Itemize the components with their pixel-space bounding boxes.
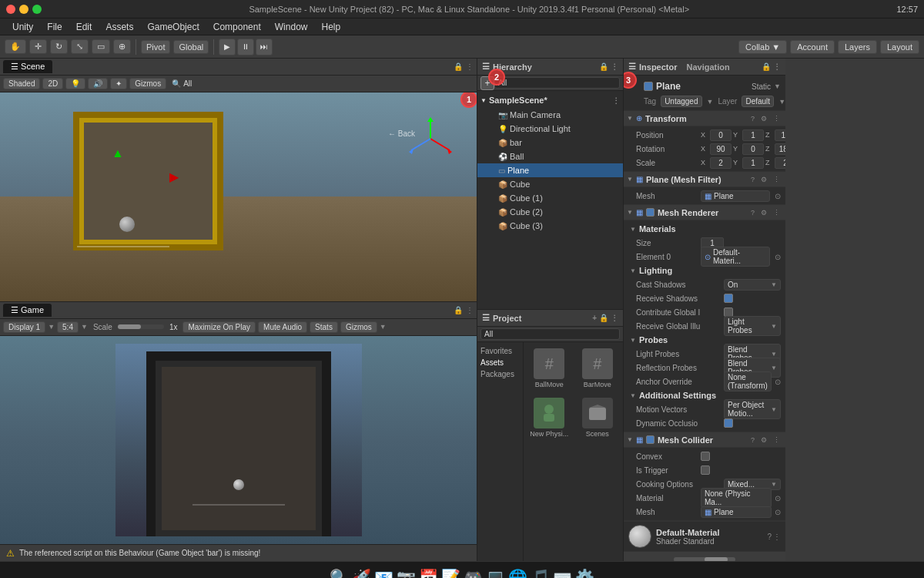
collider-material-value[interactable]: None (Physic Ma... (701, 488, 772, 508)
fullscreen-button[interactable] (32, 5, 42, 14)
step-button[interactable]: ⏭ (256, 39, 273, 55)
collider-material-target[interactable]: ⊙ (775, 494, 781, 502)
lighting-btn[interactable]: 💡 (65, 78, 85, 89)
dock-unity[interactable]: 🎮 (464, 568, 483, 579)
element0-target[interactable]: ⊙ (775, 253, 781, 261)
maximize-play-btn[interactable]: Maximize On Play (182, 321, 256, 333)
convex-checkbox[interactable] (701, 452, 710, 461)
dock-vscode[interactable]: 💻 (486, 568, 505, 579)
pause-button[interactable]: ⏸ (237, 39, 254, 55)
mesh-renderer-more[interactable]: ⋮ (771, 208, 782, 217)
scale-x-input[interactable] (710, 157, 732, 169)
mesh-target-icon[interactable]: ⊙ (775, 192, 781, 200)
mesh-filter-header[interactable]: ▼ ▦ Plane (Mesh Filter) ? ⚙ ⋮ (624, 172, 785, 187)
transform-settings-btn[interactable]: ⚙ (758, 114, 769, 123)
hier-cube-1[interactable]: 📦 Cube (1) (477, 191, 623, 205)
layer-value[interactable]: Default (742, 96, 774, 107)
hier-cube-2[interactable]: 📦 Cube (2) (477, 205, 623, 219)
dock-spotify[interactable]: 🎵 (531, 568, 550, 579)
motion-vectors-value[interactable]: Per Object Motio... ▼ (724, 399, 781, 419)
pos-x-input[interactable] (710, 129, 732, 141)
project-packages[interactable]: Packages (477, 368, 523, 380)
transform-more-btn[interactable]: ⋮ (771, 114, 782, 123)
mesh-collider-header[interactable]: ▼ ▦ Mesh Collider ? ⚙ ⋮ (624, 432, 785, 448)
project-add-icon[interactable]: + (592, 314, 597, 322)
asset-new-physi[interactable]: New Physi... (527, 395, 572, 441)
hier-cube[interactable]: 📦 Cube (477, 177, 623, 191)
mesh-collider-more[interactable]: ⋮ (771, 435, 782, 445)
project-favorites[interactable]: Favorites (477, 345, 523, 357)
mute-btn[interactable]: Mute Audio (258, 321, 307, 333)
rot-x-input[interactable] (710, 143, 732, 155)
collider-mesh-target[interactable]: ⊙ (775, 508, 781, 516)
hier-plane[interactable]: ▭ Plane (477, 163, 623, 177)
hier-directional-light[interactable]: 💡 Directional Light (477, 122, 623, 136)
tab-scene[interactable]: ☰ Scene (3, 60, 52, 73)
receive-shadows-checkbox[interactable] (724, 294, 733, 303)
collab-button[interactable]: Collab▼ (738, 40, 787, 54)
dock-finder[interactable]: 🔍 (330, 568, 349, 579)
global-button[interactable]: Global (173, 40, 209, 54)
account-button[interactable]: Account (790, 40, 835, 54)
mesh-collider-checkbox[interactable] (646, 435, 654, 444)
asset-ballmove[interactable]: # BallMove (527, 345, 572, 391)
tab-game[interactable]: ☰ Game (3, 304, 52, 317)
mesh-collider-info[interactable]: ? (748, 435, 757, 445)
hierarchy-scene-row[interactable]: ▼ SampleScene* ⋮ (477, 92, 623, 108)
cast-shadows-value[interactable]: On ▼ (724, 279, 781, 291)
dock-chrome[interactable]: 🌐 (508, 568, 527, 579)
tool-hand[interactable]: ✋ (5, 39, 26, 54)
obj-active-checkbox[interactable] (644, 82, 653, 91)
fx-btn[interactable]: ✦ (110, 78, 127, 89)
dock-launchpad[interactable]: 🚀 (352, 568, 371, 579)
project-assets[interactable]: Assets (477, 357, 523, 368)
pos-z-input[interactable] (775, 129, 785, 141)
hier-bar[interactable]: 📦 bar (477, 136, 623, 150)
transform-info-btn[interactable]: ? (748, 114, 757, 123)
mesh-collider-settings[interactable]: ⚙ (758, 435, 769, 445)
tool-move[interactable]: ✛ (29, 39, 47, 54)
mesh-filter-info[interactable]: ? (748, 175, 757, 184)
rot-y-input[interactable] (742, 143, 764, 155)
mesh-renderer-checkbox[interactable] (646, 208, 654, 217)
audio-btn[interactable]: 🔊 (88, 78, 108, 89)
dock-notes[interactable]: 📝 (441, 568, 460, 579)
dock-settings[interactable]: ⚙️ (575, 568, 594, 579)
pos-y-input[interactable] (742, 129, 764, 141)
close-button[interactable] (6, 5, 15, 14)
mesh-renderer-header[interactable]: ▼ ▦ Mesh Renderer ? ⚙ ⋮ (624, 205, 785, 220)
dock-mail[interactable]: 📧 (374, 568, 393, 579)
hierarchy-search-input[interactable] (494, 77, 620, 89)
mesh-value[interactable]: ▦ Plane (701, 190, 770, 202)
dock-terminal[interactable]: ⌨️ (553, 568, 572, 579)
scroll-bar[interactable] (674, 557, 735, 562)
dynamic-occlusion-checkbox[interactable] (724, 418, 733, 428)
menu-gameobject[interactable]: GameObject (141, 20, 205, 34)
menu-assets[interactable]: Assets (99, 20, 139, 34)
menu-unity[interactable]: Unity (6, 20, 39, 34)
menu-file[interactable]: File (41, 20, 68, 34)
collider-mesh-value[interactable]: ▦ Plane (701, 506, 772, 518)
mesh-renderer-settings[interactable]: ⚙ (758, 208, 769, 217)
tag-value[interactable]: Untagged (661, 96, 701, 107)
asset-barmove[interactable]: # BarMove (575, 345, 621, 391)
element0-field[interactable]: ⊙ Default-Materi... (701, 247, 770, 267)
hier-ball[interactable]: ⚽ Ball (477, 150, 623, 163)
asset-scenes[interactable]: Scenes (575, 395, 621, 441)
menu-component[interactable]: Component (207, 20, 267, 34)
tool-transform[interactable]: ⊕ (113, 39, 131, 54)
mat-info-btn[interactable]: ? (767, 533, 772, 541)
tool-rect[interactable]: ▭ (92, 39, 110, 54)
navigation-tab[interactable]: Navigation (687, 62, 730, 72)
receive-gi-value[interactable]: Light Probes ▼ (724, 316, 781, 336)
is-trigger-checkbox[interactable] (701, 465, 710, 475)
scene-gizmos-btn[interactable]: Gizmos (129, 78, 166, 89)
hier-cube-3[interactable]: 📦 Cube (3) (477, 219, 623, 233)
anchor-target-icon[interactable]: ⊙ (775, 378, 781, 386)
mesh-filter-more[interactable]: ⋮ (771, 175, 782, 184)
dock-calendar[interactable]: 📅 (419, 568, 438, 579)
rot-z-input[interactable] (775, 143, 785, 155)
scale-slider[interactable] (118, 324, 164, 329)
menu-help[interactable]: Help (315, 20, 346, 34)
anchor-override-value[interactable]: None (Transform) (724, 371, 772, 391)
